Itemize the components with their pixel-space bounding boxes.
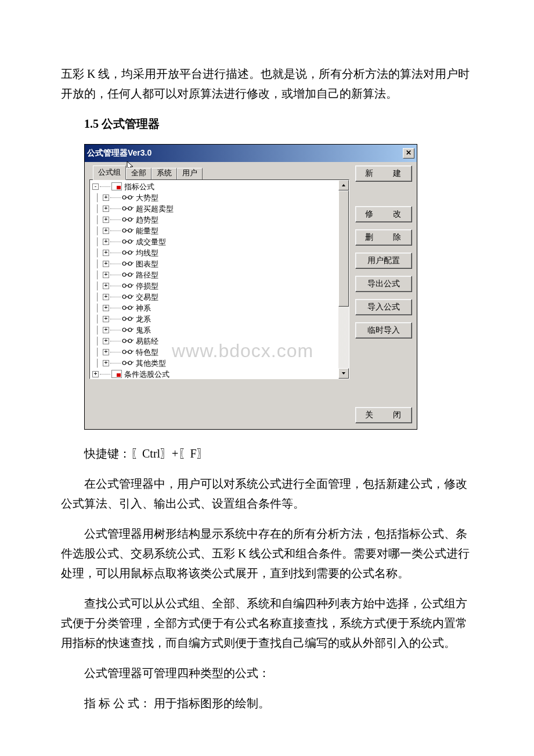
tree-child-item[interactable]: │+特色型 [92,347,349,358]
tree-child-item[interactable]: │+交易型 [92,291,349,303]
tree-child-item[interactable]: │+趋势型 [92,214,349,225]
expand-icon[interactable]: + [103,261,109,267]
glasses-icon [122,271,134,278]
close-icon[interactable]: ✕ [403,148,414,159]
user-config-button[interactable]: 用户配置 [355,253,412,269]
tree-child-item[interactable]: │+停损型 [92,280,349,291]
tree-root-item[interactable]: - 指标公式 [92,181,349,192]
tree-child-label: 停损型 [136,280,158,291]
svg-point-36 [122,295,126,298]
svg-point-32 [122,284,126,287]
scroll-down-button[interactable] [338,368,349,379]
tab-formula-group[interactable]: 公式组 [93,165,126,180]
expand-icon[interactable]: + [92,371,99,377]
expand-icon[interactable]: + [103,327,109,333]
tab-system[interactable]: 系统 [151,168,177,179]
svg-point-48 [122,328,126,332]
dialog-screenshot: 公式管理器Ver3.0 ✕ www.bdocx.com 公式组 全部 系统 用户 [84,144,473,430]
tab-all[interactable]: 全部 [126,168,151,179]
body-paragraph: 公式管理器用树形结构显示系统中存在的所有分析方法，包括指标公式、条件选股公式、交… [61,524,473,583]
svg-point-1 [128,196,132,199]
tree-child-label: 鬼系 [136,325,151,336]
close-button[interactable]: 关 闭 [355,407,412,423]
tree-child-item[interactable]: │+鬼系 [92,325,349,336]
glasses-icon [122,293,134,300]
tab-user[interactable]: 用户 [177,168,203,179]
tree-child-item[interactable]: │+均线型 [92,247,349,258]
chevron-down-icon [341,372,346,375]
scroll-up-button[interactable] [338,180,349,190]
collapse-icon[interactable]: - [92,183,99,190]
tree-child-label: 图表型 [136,258,158,269]
scrollbar[interactable] [338,180,349,379]
tree-child-item[interactable]: │+神系 [92,303,349,314]
tree-child-item[interactable]: │+路径型 [92,269,349,280]
expand-icon[interactable]: + [103,272,109,278]
glasses-icon [122,337,134,344]
expand-icon[interactable]: + [103,349,109,355]
expand-icon[interactable]: + [103,250,109,256]
shortcut-line: 快捷键：〖Ctrl〗+〖F〗 [61,444,473,463]
glasses-icon [122,249,134,256]
tree-child-item[interactable]: │+图表型 [92,258,349,269]
tree-child-label: 均线型 [136,247,158,258]
svg-point-60 [122,361,126,365]
tree-child-item[interactable]: │+龙系 [92,314,349,325]
tree-child-label: 神系 [136,303,151,314]
expand-icon[interactable]: + [103,283,109,289]
section-heading: 1.5 公式管理器 [61,114,473,134]
glasses-icon [122,238,134,245]
tree-child-item[interactable]: │+成交量型 [92,236,349,247]
svg-point-52 [122,339,126,343]
svg-point-41 [128,306,132,309]
delete-button[interactable]: 删 除 [355,229,412,246]
expand-icon[interactable]: + [103,294,109,300]
svg-point-37 [128,295,132,298]
expand-icon[interactable]: + [103,195,109,201]
tab-strip: 公式组 全部 系统 用户 [93,165,349,179]
tree-child-item[interactable]: │+能量型 [92,225,349,236]
scroll-thumb[interactable] [338,190,349,307]
glasses-icon [122,315,134,322]
tree-child-item[interactable]: │+其他类型 [92,358,349,369]
tree-child-label: 超买超卖型 [136,203,174,214]
glasses-icon [122,194,134,201]
glasses-icon [122,216,134,223]
expand-icon[interactable]: + [103,228,109,234]
expand-icon[interactable]: + [103,316,109,322]
expand-icon[interactable]: + [103,206,109,212]
expand-icon[interactable]: + [103,217,109,223]
title-text: 公式管理器Ver3.0 [87,146,151,160]
glasses-icon [122,227,134,234]
svg-point-12 [122,229,126,232]
svg-point-45 [128,317,132,321]
modify-button[interactable]: 修 改 [355,206,412,222]
intro-paragraph: 五彩 K 线，均采用开放平台进行描述。也就是说，所有分析方法的算法对用户时开放的… [61,64,473,103]
svg-point-61 [128,361,132,365]
svg-point-0 [122,196,126,199]
scroll-track[interactable] [338,190,349,368]
tree-child-label: 大势型 [136,192,158,203]
svg-point-8 [122,218,126,221]
svg-point-5 [128,207,132,210]
new-button[interactable]: 新 建 [355,165,412,182]
chevron-up-icon [341,183,346,187]
expand-icon[interactable]: + [103,305,109,311]
tree-item[interactable]: + 条件选股公式 [92,369,349,379]
tree-child-item[interactable]: │+大势型 [92,192,349,203]
tree-child-label: 其他类型 [136,358,166,369]
svg-point-40 [122,306,126,309]
expand-icon[interactable]: + [103,360,109,366]
svg-point-25 [128,262,132,265]
svg-point-29 [128,273,132,276]
tree-child-item[interactable]: │+超买超卖型 [92,203,349,214]
tree-child-item[interactable]: │+易筋经 [92,336,349,347]
svg-point-17 [128,240,132,243]
import-button[interactable]: 导入公式 [355,299,412,315]
export-button[interactable]: 导出公式 [355,276,412,292]
svg-point-56 [122,350,126,354]
expand-icon[interactable]: + [103,239,109,245]
expand-icon[interactable]: + [103,338,109,344]
temp-import-button[interactable]: 临时导入 [355,322,412,339]
svg-point-53 [128,339,132,343]
